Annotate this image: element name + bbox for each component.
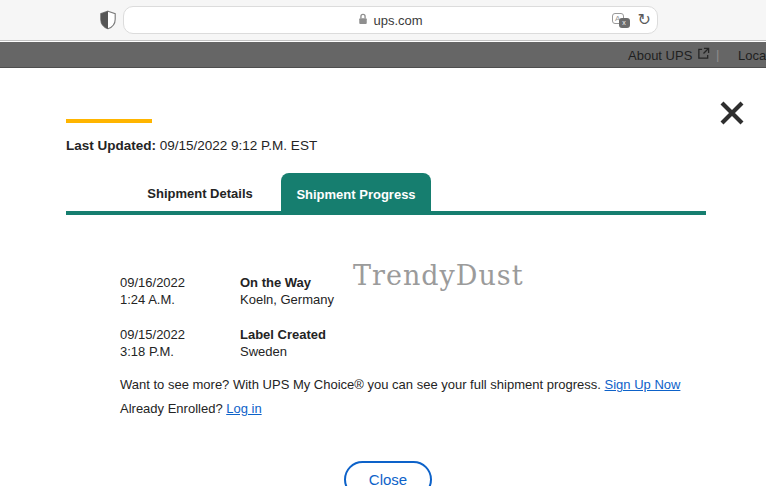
address-bar-actions: A x ↻ [612, 7, 651, 33]
progress-time: 3:18 P.M. [120, 343, 240, 360]
last-updated: Last Updated: 09/15/2022 9:12 P.M. EST [66, 138, 317, 153]
locations-link[interactable]: Locations [738, 42, 766, 68]
progress-status-title: Label Created [240, 326, 326, 343]
progress-time: 1:24 A.M. [120, 291, 240, 308]
progress-status: Label Created Sweden [240, 326, 326, 360]
progress-row: 09/15/2022 3:18 P.M. Label Created Swede… [120, 326, 640, 360]
site-header-bar: About UPS | Locations [0, 42, 766, 68]
progress-date: 09/15/2022 [120, 326, 240, 343]
progress-status-title: On the Way [240, 274, 334, 291]
progress-status: On the Way Koeln, Germany [240, 274, 334, 308]
progress-datetime: 09/15/2022 3:18 P.M. [120, 326, 240, 360]
promo-line: Want to see more? With UPS My Choice® yo… [120, 377, 680, 392]
progress-location: Sweden [240, 343, 326, 360]
close-button[interactable]: Close [344, 461, 432, 486]
browser-toolbar: ups.com A x ↻ [0, 0, 766, 41]
progress-date: 09/16/2022 [120, 274, 240, 291]
tab-shipment-details[interactable]: Shipment Details [140, 173, 260, 213]
reload-icon[interactable]: ↻ [638, 12, 651, 28]
nav-divider: | [716, 47, 719, 62]
tracking-modal: Last Updated: 09/15/2022 9:12 P.M. EST S… [0, 68, 766, 486]
enrolled-line: Already Enrolled? Log in [120, 401, 262, 416]
external-link-icon [697, 47, 710, 63]
privacy-shield-icon[interactable] [100, 10, 116, 30]
progress-row: 09/16/2022 1:24 A.M. On the Way Koeln, G… [120, 274, 640, 308]
last-updated-value: 09/15/2022 9:12 P.M. EST [156, 138, 317, 153]
progress-location: Koeln, Germany [240, 291, 334, 308]
url-text: ups.com [373, 13, 422, 28]
address-bar-center: ups.com [124, 7, 657, 33]
progress-datetime: 09/16/2022 1:24 A.M. [120, 274, 240, 308]
log-in-link[interactable]: Log in [226, 401, 261, 416]
about-ups-link[interactable]: About UPS [628, 42, 710, 68]
lock-icon [358, 11, 368, 29]
tab-underline [66, 211, 706, 215]
promo-text: Want to see more? With UPS My Choice® yo… [120, 377, 605, 392]
sign-up-now-link[interactable]: Sign Up Now [605, 377, 681, 392]
page: ups.com A x ↻ About UPS | Loc [0, 0, 766, 486]
gold-accent-line [66, 119, 152, 123]
enrolled-text: Already Enrolled? [120, 401, 226, 416]
close-icon[interactable] [716, 97, 748, 129]
translate-icon-front: x [619, 18, 630, 28]
address-bar[interactable]: ups.com A x ↻ [123, 6, 658, 34]
last-updated-label: Last Updated: [66, 138, 156, 153]
about-ups-label: About UPS [628, 48, 692, 63]
translate-icon[interactable]: A x [612, 13, 630, 28]
tab-shipment-progress[interactable]: Shipment Progress [281, 173, 431, 215]
